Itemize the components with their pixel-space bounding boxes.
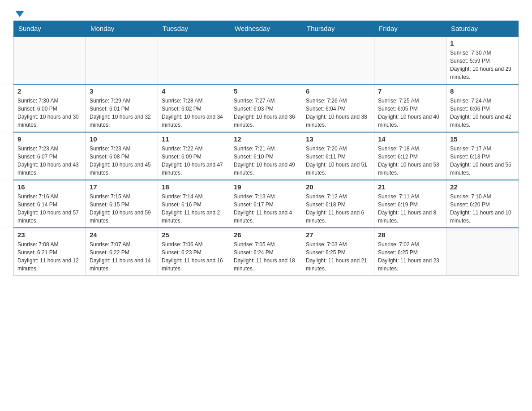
- calendar-day: 15Sunrise: 7:17 AMSunset: 6:13 PMDayligh…: [446, 132, 519, 180]
- calendar-day: [14, 36, 86, 84]
- day-number: 4: [162, 87, 226, 95]
- day-number: 14: [378, 135, 442, 143]
- calendar-day: 23Sunrise: 7:08 AMSunset: 6:21 PMDayligh…: [14, 228, 86, 276]
- day-number: 25: [162, 231, 226, 239]
- day-number: 12: [234, 135, 298, 143]
- day-info: Sunrise: 7:23 AMSunset: 6:08 PMDaylight:…: [90, 145, 154, 177]
- calendar-day: 20Sunrise: 7:12 AMSunset: 6:18 PMDayligh…: [302, 180, 374, 228]
- calendar-day: 14Sunrise: 7:18 AMSunset: 6:12 PMDayligh…: [374, 132, 446, 180]
- calendar-day: 25Sunrise: 7:06 AMSunset: 6:23 PMDayligh…: [158, 228, 230, 276]
- calendar-day: 6Sunrise: 7:26 AMSunset: 6:04 PMDaylight…: [302, 84, 374, 132]
- weekday-header-wednesday: Wednesday: [230, 21, 302, 37]
- calendar-day: 17Sunrise: 7:15 AMSunset: 6:15 PMDayligh…: [86, 180, 158, 228]
- day-info: Sunrise: 7:08 AMSunset: 6:21 PMDaylight:…: [17, 240, 82, 273]
- calendar-week-4: 16Sunrise: 7:16 AMSunset: 6:14 PMDayligh…: [14, 180, 519, 228]
- day-number: 28: [378, 231, 442, 239]
- calendar-table: SundayMondayTuesdayWednesdayThursdayFrid…: [13, 21, 519, 276]
- day-number: 23: [17, 231, 82, 239]
- calendar-day: 26Sunrise: 7:05 AMSunset: 6:24 PMDayligh…: [230, 228, 302, 276]
- day-info: Sunrise: 7:23 AMSunset: 6:07 PMDaylight:…: [17, 145, 82, 177]
- day-info: Sunrise: 7:13 AMSunset: 6:17 PMDaylight:…: [234, 193, 298, 225]
- day-info: Sunrise: 7:02 AMSunset: 6:25 PMDaylight:…: [378, 240, 442, 273]
- day-info: Sunrise: 7:28 AMSunset: 6:02 PMDaylight:…: [162, 97, 226, 129]
- weekday-header-saturday: Saturday: [446, 21, 519, 37]
- day-info: Sunrise: 7:30 AMSunset: 5:59 PMDaylight:…: [450, 49, 515, 81]
- calendar-week-1: 1Sunrise: 7:30 AMSunset: 5:59 PMDaylight…: [14, 36, 519, 84]
- day-info: Sunrise: 7:14 AMSunset: 6:16 PMDaylight:…: [162, 193, 226, 225]
- day-number: 11: [162, 135, 226, 143]
- logo: [13, 9, 24, 16]
- day-info: Sunrise: 7:18 AMSunset: 6:12 PMDaylight:…: [378, 145, 442, 177]
- calendar-day: 28Sunrise: 7:02 AMSunset: 6:25 PMDayligh…: [374, 228, 446, 276]
- day-number: 21: [378, 183, 442, 191]
- day-number: 16: [17, 183, 82, 191]
- weekday-header-thursday: Thursday: [302, 21, 374, 37]
- day-info: Sunrise: 7:11 AMSunset: 6:19 PMDaylight:…: [378, 193, 442, 225]
- day-number: 9: [17, 135, 82, 143]
- day-info: Sunrise: 7:21 AMSunset: 6:10 PMDaylight:…: [234, 145, 298, 177]
- day-number: 13: [306, 135, 370, 143]
- calendar-week-3: 9Sunrise: 7:23 AMSunset: 6:07 PMDaylight…: [14, 132, 519, 180]
- day-number: 20: [306, 183, 370, 191]
- calendar-day: 2Sunrise: 7:30 AMSunset: 6:00 PMDaylight…: [14, 84, 86, 132]
- weekday-header-friday: Friday: [374, 21, 446, 37]
- calendar-day: 13Sunrise: 7:20 AMSunset: 6:11 PMDayligh…: [302, 132, 374, 180]
- day-number: 19: [234, 183, 298, 191]
- day-number: 22: [450, 183, 515, 191]
- day-info: Sunrise: 7:17 AMSunset: 6:13 PMDaylight:…: [450, 145, 515, 177]
- day-info: Sunrise: 7:12 AMSunset: 6:18 PMDaylight:…: [306, 193, 370, 225]
- day-info: Sunrise: 7:30 AMSunset: 6:00 PMDaylight:…: [17, 97, 82, 129]
- day-info: Sunrise: 7:24 AMSunset: 6:06 PMDaylight:…: [450, 97, 515, 129]
- day-info: Sunrise: 7:29 AMSunset: 6:01 PMDaylight:…: [90, 97, 154, 129]
- day-number: 10: [90, 135, 154, 143]
- calendar-day: [302, 36, 374, 84]
- weekday-header-row: SundayMondayTuesdayWednesdayThursdayFrid…: [14, 21, 519, 37]
- calendar-day: 21Sunrise: 7:11 AMSunset: 6:19 PMDayligh…: [374, 180, 446, 228]
- day-number: 24: [90, 231, 154, 239]
- day-info: Sunrise: 7:25 AMSunset: 6:05 PMDaylight:…: [378, 97, 442, 129]
- day-number: 18: [162, 183, 226, 191]
- calendar-day: [230, 36, 302, 84]
- day-info: Sunrise: 7:16 AMSunset: 6:14 PMDaylight:…: [17, 193, 82, 225]
- calendar-day: 1Sunrise: 7:30 AMSunset: 5:59 PMDaylight…: [446, 36, 519, 84]
- day-info: Sunrise: 7:05 AMSunset: 6:24 PMDaylight:…: [234, 240, 298, 273]
- calendar-day: [374, 36, 446, 84]
- day-info: Sunrise: 7:07 AMSunset: 6:22 PMDaylight:…: [90, 240, 154, 273]
- day-number: 1: [450, 39, 515, 47]
- calendar-day: [446, 228, 519, 276]
- calendar-day: 11Sunrise: 7:22 AMSunset: 6:09 PMDayligh…: [158, 132, 230, 180]
- day-info: Sunrise: 7:27 AMSunset: 6:03 PMDaylight:…: [234, 97, 298, 129]
- weekday-header-monday: Monday: [86, 21, 158, 37]
- day-number: 7: [378, 87, 442, 95]
- day-number: 17: [90, 183, 154, 191]
- calendar-day: 24Sunrise: 7:07 AMSunset: 6:22 PMDayligh…: [86, 228, 158, 276]
- calendar-day: 5Sunrise: 7:27 AMSunset: 6:03 PMDaylight…: [230, 84, 302, 132]
- day-info: Sunrise: 7:20 AMSunset: 6:11 PMDaylight:…: [306, 145, 370, 177]
- day-number: 26: [234, 231, 298, 239]
- day-number: 5: [234, 87, 298, 95]
- day-number: 8: [450, 87, 515, 95]
- day-info: Sunrise: 7:03 AMSunset: 6:25 PMDaylight:…: [306, 240, 370, 273]
- logo-arrow-icon: [15, 11, 24, 17]
- day-info: Sunrise: 7:22 AMSunset: 6:09 PMDaylight:…: [162, 145, 226, 177]
- day-number: 6: [306, 87, 370, 95]
- calendar-day: 7Sunrise: 7:25 AMSunset: 6:05 PMDaylight…: [374, 84, 446, 132]
- calendar-day: 16Sunrise: 7:16 AMSunset: 6:14 PMDayligh…: [14, 180, 86, 228]
- calendar-day: 9Sunrise: 7:23 AMSunset: 6:07 PMDaylight…: [14, 132, 86, 180]
- weekday-header-tuesday: Tuesday: [158, 21, 230, 37]
- calendar-day: [158, 36, 230, 84]
- calendar-day: 27Sunrise: 7:03 AMSunset: 6:25 PMDayligh…: [302, 228, 374, 276]
- calendar-week-2: 2Sunrise: 7:30 AMSunset: 6:00 PMDaylight…: [14, 84, 519, 132]
- calendar-day: 4Sunrise: 7:28 AMSunset: 6:02 PMDaylight…: [158, 84, 230, 132]
- calendar-day: [86, 36, 158, 84]
- day-number: 27: [306, 231, 370, 239]
- calendar-day: 8Sunrise: 7:24 AMSunset: 6:06 PMDaylight…: [446, 84, 519, 132]
- calendar-day: 22Sunrise: 7:10 AMSunset: 6:20 PMDayligh…: [446, 180, 519, 228]
- day-info: Sunrise: 7:26 AMSunset: 6:04 PMDaylight:…: [306, 97, 370, 129]
- calendar-day: 3Sunrise: 7:29 AMSunset: 6:01 PMDaylight…: [86, 84, 158, 132]
- day-number: 2: [17, 87, 82, 95]
- day-info: Sunrise: 7:15 AMSunset: 6:15 PMDaylight:…: [90, 193, 154, 225]
- calendar-day: 18Sunrise: 7:14 AMSunset: 6:16 PMDayligh…: [158, 180, 230, 228]
- day-number: 3: [90, 87, 154, 95]
- day-info: Sunrise: 7:10 AMSunset: 6:20 PMDaylight:…: [450, 193, 515, 225]
